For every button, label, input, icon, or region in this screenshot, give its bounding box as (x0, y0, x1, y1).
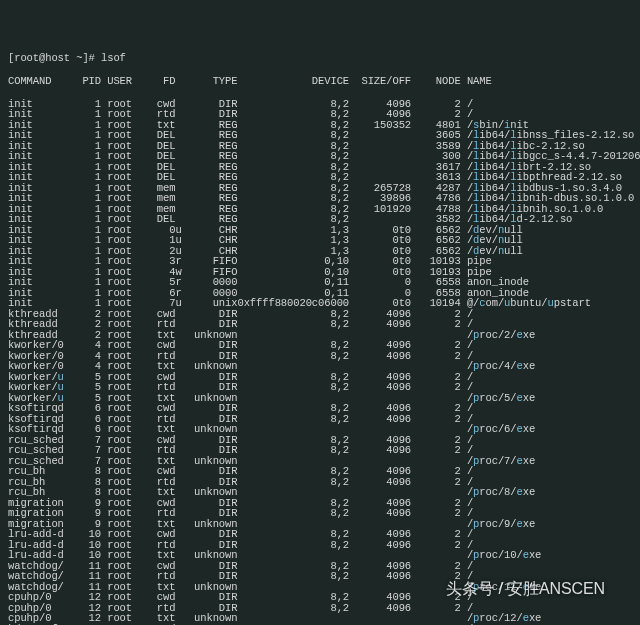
table-row: init 1 root DEL REG 8,2 3613 /lib64/libp… (8, 172, 632, 183)
table-row: init 1 root rtd DIR 8,2 4096 2 / (8, 109, 632, 120)
table-row: lru-add-d 10 root txt unknown /proc/10/e… (8, 550, 632, 561)
table-row: init 1 root DEL REG 8,2 300 /lib64/libgc… (8, 151, 632, 162)
table-row: init 1 root 7u unix0xffff880020c06000 0t… (8, 298, 632, 309)
table-row: init 1 root 1u CHR 1,3 0t0 6562 /dev/nul… (8, 235, 632, 246)
table-row: kworker/0 4 root cwd DIR 8,2 4096 2 / (8, 340, 632, 351)
table-row: cpuhp/0 12 root txt unknown /proc/12/exe (8, 613, 632, 624)
table-row: kworker/u 5 root rtd DIR 8,2 4096 2 / (8, 382, 632, 393)
table-row: lru-add-d 10 root cwd DIR 8,2 4096 2 / (8, 529, 632, 540)
lsof-output: init 1 root cwd DIR 8,2 4096 2 /init 1 r… (8, 99, 632, 626)
table-row: kworker/0 4 root txt unknown /proc/4/exe (8, 361, 632, 372)
table-row: rcu_bh 8 root cwd DIR 8,2 4096 2 / (8, 466, 632, 477)
table-row: init 1 root 5r 0000 0,11 0 6558 anon_ino… (8, 277, 632, 288)
table-row: rcu_sched 7 root rtd DIR 8,2 4096 2 / (8, 445, 632, 456)
table-row: ksoftirqd 6 root txt unknown /proc/6/exe (8, 424, 632, 435)
table-row: init 1 root DEL REG 8,2 3582 /lib64/ld-2… (8, 214, 632, 225)
table-row: kthreadd 2 root rtd DIR 8,2 4096 2 / (8, 319, 632, 330)
table-row: init 1 root mem REG 8,2 39896 4786 /lib6… (8, 193, 632, 204)
table-row: rcu_bh 8 root txt unknown /proc/8/exe (8, 487, 632, 498)
table-row: migration 9 root rtd DIR 8,2 4096 2 / (8, 508, 632, 519)
table-row: init 1 root DEL REG 8,2 3605 /lib64/libn… (8, 130, 632, 141)
lsof-header: COMMAND PID USER FD TYPE DEVICE SIZE/OFF… (8, 76, 632, 87)
table-row: init 1 root 3r FIFO 0,10 0t0 10193 pipe (8, 256, 632, 267)
table-row: ksoftirqd 6 root cwd DIR 8,2 4096 2 / (8, 403, 632, 414)
shell-prompt[interactable]: [root@host ~]# lsof (8, 52, 632, 64)
watermark-text: 头条号 / 安胜ANSCEN (446, 579, 605, 600)
